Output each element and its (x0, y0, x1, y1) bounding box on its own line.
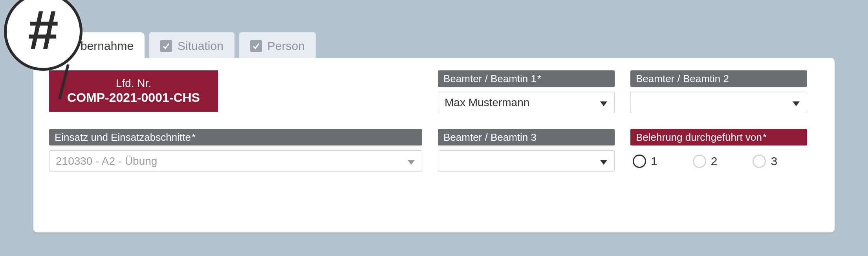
lfd-nr-label: Lfd. Nr. (116, 77, 151, 90)
lfd-cell: Lfd. Nr. COMP-2021-0001-CHS (49, 70, 422, 113)
lfd-nr-badge: Lfd. Nr. COMP-2021-0001-CHS (49, 70, 218, 112)
chevron-down-icon (600, 155, 607, 168)
tab-person-label: Person (267, 39, 305, 53)
einsatz-field: Einsatz und Einsatzabschnitte 210330 - A… (49, 129, 422, 172)
beamter3-field: Beamter / Beamtin 3 (438, 129, 615, 172)
beamter1-label: Beamter / Beamtin 1 (438, 70, 615, 87)
beamter1-field: Beamter / Beamtin 1 Max Mustermann (438, 70, 615, 113)
hash-icon: # (28, 2, 59, 57)
einsatz-label: Einsatz und Einsatzabschnitte (49, 129, 422, 145)
belehrung-radio-2[interactable]: 2 (693, 155, 718, 168)
belehrung-radio-2-label: 2 (711, 155, 718, 168)
belehrung-radio-group: 1 2 3 (630, 150, 807, 172)
form-card: Lfd. Nr. COMP-2021-0001-CHS Beamter / Be… (33, 58, 835, 232)
checkbox-checked-icon (160, 40, 172, 52)
checkbox-checked-icon (250, 40, 262, 52)
chevron-down-icon (600, 96, 607, 109)
beamter2-label: Beamter / Beamtin 2 (630, 70, 807, 87)
belehrung-radio-1-label: 1 (651, 155, 657, 168)
svg-marker-0 (600, 101, 607, 106)
svg-marker-2 (408, 160, 415, 165)
belehrung-radio-3[interactable]: 3 (753, 155, 777, 168)
svg-marker-1 (793, 101, 800, 106)
radio-icon (753, 155, 766, 168)
beamter3-label: Beamter / Beamtin 3 (438, 129, 615, 145)
beamter1-select[interactable]: Max Mustermann (438, 92, 615, 113)
chevron-down-icon (793, 96, 800, 109)
beamter1-value: Max Mustermann (445, 96, 529, 109)
tab-situation-label: Situation (178, 39, 223, 53)
lfd-nr-value: COMP-2021-0001-CHS (67, 90, 200, 105)
tab-person[interactable]: Person (239, 32, 316, 60)
radio-icon (633, 155, 646, 168)
beamter2-select[interactable] (630, 92, 807, 113)
beamter2-field: Beamter / Beamtin 2 (630, 70, 807, 113)
beamter3-select[interactable] (438, 150, 615, 172)
einsatz-select[interactable]: 210330 - A2 - Übung (49, 150, 422, 172)
belehrung-field: Belehrung durchgeführt von 1 2 3 (630, 129, 807, 172)
svg-marker-3 (600, 160, 607, 165)
belehrung-label: Belehrung durchgeführt von (630, 129, 807, 145)
belehrung-radio-3-label: 3 (771, 155, 777, 168)
tab-situation[interactable]: Situation (149, 32, 234, 60)
chevron-down-icon (408, 155, 415, 168)
tab-uebernahme-label: bernahme (81, 39, 134, 53)
belehrung-radio-1[interactable]: 1 (633, 155, 657, 168)
radio-icon (693, 155, 706, 168)
einsatz-value: 210330 - A2 - Übung (56, 155, 157, 168)
